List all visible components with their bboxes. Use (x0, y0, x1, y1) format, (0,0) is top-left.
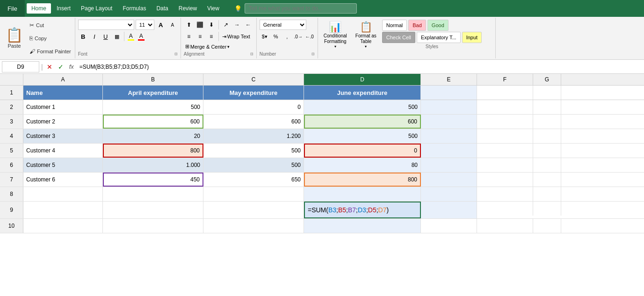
cell-a10[interactable] (23, 219, 103, 233)
cell-f2[interactable] (477, 100, 533, 114)
cell-a6[interactable]: Customer 5 (23, 158, 103, 172)
cell-c5[interactable]: 500 (203, 144, 304, 158)
cell-d9[interactable]: =SUM(B3;B5;B7;D3;D5;D7) (304, 202, 421, 218)
cell-d1[interactable]: June expenditure (304, 86, 421, 100)
cell-f4[interactable] (477, 129, 533, 143)
col-header-g[interactable]: G (533, 74, 561, 85)
cell-e8[interactable] (421, 187, 477, 201)
cell-c6[interactable]: 500 (203, 158, 304, 172)
cell-e4[interactable] (421, 129, 477, 143)
align-middle-button[interactable]: ⬛ (195, 20, 205, 30)
cell-a4[interactable]: Customer 3 (23, 129, 103, 143)
border-button[interactable]: ▦ (112, 31, 122, 42)
cell-b2[interactable]: 500 (103, 100, 203, 114)
conditional-formatting-button[interactable]: 📊 ConditionalFormatting ▾ (321, 20, 350, 50)
format-as-table-button[interactable]: 📋 Format asTable ▾ (353, 20, 379, 50)
cell-e6[interactable] (421, 158, 477, 172)
percent-button[interactable]: % (271, 31, 281, 42)
cell-f1[interactable] (477, 86, 533, 100)
row-header[interactable]: 3 (0, 115, 23, 129)
cell-f6[interactable] (477, 158, 533, 172)
cell-e7[interactable] (421, 173, 477, 187)
cell-b3[interactable]: 600 (103, 115, 203, 129)
cell-e5[interactable] (421, 144, 477, 158)
cell-g6[interactable] (533, 158, 561, 172)
align-left-button[interactable]: ≡ (184, 31, 194, 42)
align-right-button[interactable]: ≡ (206, 31, 217, 42)
cut-button[interactable]: ✂ Cut (28, 21, 73, 29)
cell-g1[interactable] (533, 86, 561, 100)
cell-f8[interactable] (477, 187, 533, 201)
font-size-select[interactable]: 11 (136, 20, 154, 30)
row-header[interactable]: 10 (0, 219, 23, 233)
menu-tab-pagelayout[interactable]: Page Layout (76, 3, 117, 14)
merge-dropdown-icon[interactable]: ▾ (227, 44, 230, 49)
cell-b9[interactable] (103, 202, 203, 218)
cell-g3[interactable] (533, 115, 561, 129)
cell-a7[interactable]: Customer 6 (23, 173, 103, 187)
wrap-text-button[interactable]: ⇥ Wrap Text (221, 33, 252, 40)
cell-a3[interactable]: Customer 2 (23, 115, 103, 129)
bold-button[interactable]: B (78, 31, 88, 42)
cell-g9[interactable] (533, 202, 561, 216)
cell-a1[interactable]: Name (23, 86, 103, 100)
col-header-c[interactable]: C (203, 74, 304, 85)
cell-c9[interactable] (203, 202, 304, 218)
underline-button[interactable]: U (101, 31, 111, 42)
grow-font-button[interactable]: A (156, 20, 166, 30)
menu-tab-insert[interactable]: Insert (52, 3, 75, 14)
comma-button[interactable]: , (282, 31, 292, 42)
row-header[interactable]: 1 (0, 86, 23, 100)
cell-c7[interactable]: 650 (203, 173, 304, 187)
highlight-color-button[interactable]: A (126, 32, 136, 41)
menu-tab-review[interactable]: Review (174, 3, 202, 14)
col-header-f[interactable]: F (477, 74, 533, 85)
good-style-button[interactable]: Good (427, 20, 449, 31)
cell-e9[interactable] (421, 202, 477, 218)
copy-button[interactable]: ⎘ Copy (28, 34, 73, 43)
file-tab[interactable]: File (0, 0, 25, 17)
row-header[interactable]: 2 (0, 100, 23, 114)
cell-g7[interactable] (533, 173, 561, 187)
cell-b4[interactable]: 20 (103, 129, 203, 143)
cell-g5[interactable] (533, 144, 561, 158)
cell-c2[interactable]: 0 (203, 100, 304, 114)
cell-f7[interactable] (477, 173, 533, 187)
menu-tab-data[interactable]: Data (152, 3, 173, 14)
formula-input[interactable] (78, 63, 642, 71)
cell-b10[interactable] (103, 219, 203, 233)
col-header-b[interactable]: B (103, 74, 203, 85)
cell-a5[interactable]: Customer 4 (23, 144, 103, 158)
row-header[interactable]: 8 (0, 187, 23, 201)
cell-reference-input[interactable] (2, 61, 39, 72)
number-format-select[interactable]: General (260, 20, 306, 30)
menu-tab-home[interactable]: Home (27, 3, 51, 14)
menu-tab-view[interactable]: View (203, 3, 224, 14)
cell-c1[interactable]: May expenditure (203, 86, 304, 100)
row-header[interactable]: 5 (0, 144, 23, 158)
cell-g2[interactable] (533, 100, 561, 114)
cell-d5[interactable]: 0 (304, 144, 421, 158)
cell-c4[interactable]: 1.200 (203, 129, 304, 143)
cell-d2[interactable]: 500 (304, 100, 421, 114)
cell-f5[interactable] (477, 144, 533, 158)
merge-center-button[interactable]: ⊞ Merge & Center ▾ (184, 43, 232, 50)
row-header[interactable]: 4 (0, 129, 23, 143)
cell-b5[interactable]: 800 (103, 144, 203, 158)
font-color-button[interactable]: A (137, 32, 146, 41)
cell-e3[interactable] (421, 115, 477, 129)
cell-g10[interactable] (533, 219, 561, 233)
explanatory-style-button[interactable]: Explanatory T... (417, 32, 461, 43)
align-bottom-button[interactable]: ⬇ (206, 20, 217, 30)
normal-style-button[interactable]: Normal (382, 20, 407, 31)
cell-e2[interactable] (421, 100, 477, 114)
confirm-formula-button[interactable]: ✓ (56, 63, 65, 71)
tell-me-input[interactable] (245, 3, 357, 14)
cell-f9[interactable] (477, 202, 533, 216)
col-header-d[interactable]: D (304, 74, 421, 85)
col-header-a[interactable]: A (23, 74, 103, 85)
cell-a8[interactable] (23, 187, 103, 201)
cell-c3[interactable]: 600 (203, 115, 304, 129)
shrink-font-button[interactable]: A (167, 20, 178, 30)
cell-d3[interactable]: 600 (304, 115, 421, 129)
